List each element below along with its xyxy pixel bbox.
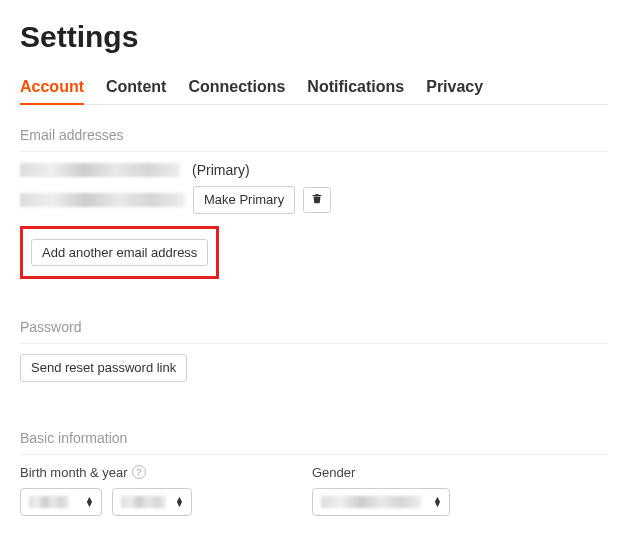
birth-month-select[interactable]	[20, 488, 102, 516]
tab-connections[interactable]: Connections	[188, 72, 285, 104]
make-primary-button[interactable]: Make Primary	[193, 186, 295, 214]
birth-label: Birth month & year ?	[20, 465, 192, 480]
add-another-email-button[interactable]: Add another email address	[31, 239, 208, 267]
tab-account[interactable]: Account	[20, 72, 84, 104]
add-email-highlight: Add another email address	[20, 226, 219, 280]
section-password: Password	[20, 311, 608, 344]
gender-select[interactable]	[312, 488, 450, 516]
secondary-email-value	[20, 193, 185, 207]
tab-content[interactable]: Content	[106, 72, 166, 104]
birth-year-select[interactable]	[112, 488, 192, 516]
primary-email-value	[20, 163, 180, 177]
chevron-updown-icon	[433, 497, 441, 507]
help-icon[interactable]: ?	[132, 465, 146, 479]
settings-tabs: Account Content Connections Notification…	[20, 72, 608, 105]
tab-notifications[interactable]: Notifications	[307, 72, 404, 104]
primary-email-suffix: (Primary)	[192, 162, 250, 178]
tab-privacy[interactable]: Privacy	[426, 72, 483, 104]
trash-icon	[311, 192, 323, 208]
birth-year-value	[121, 496, 166, 508]
primary-email-row: (Primary)	[20, 162, 608, 178]
chevron-updown-icon	[85, 497, 93, 507]
gender-label: Gender	[312, 465, 450, 480]
secondary-email-row: Make Primary	[20, 186, 608, 214]
gender-value	[321, 496, 421, 508]
section-basic-information: Basic information	[20, 422, 608, 455]
section-email-addresses: Email addresses	[20, 119, 608, 152]
delete-email-button[interactable]	[303, 187, 331, 213]
birth-month-value	[29, 496, 69, 508]
chevron-updown-icon	[175, 497, 183, 507]
send-reset-password-button[interactable]: Send reset password link	[20, 354, 187, 382]
page-title: Settings	[20, 20, 608, 54]
